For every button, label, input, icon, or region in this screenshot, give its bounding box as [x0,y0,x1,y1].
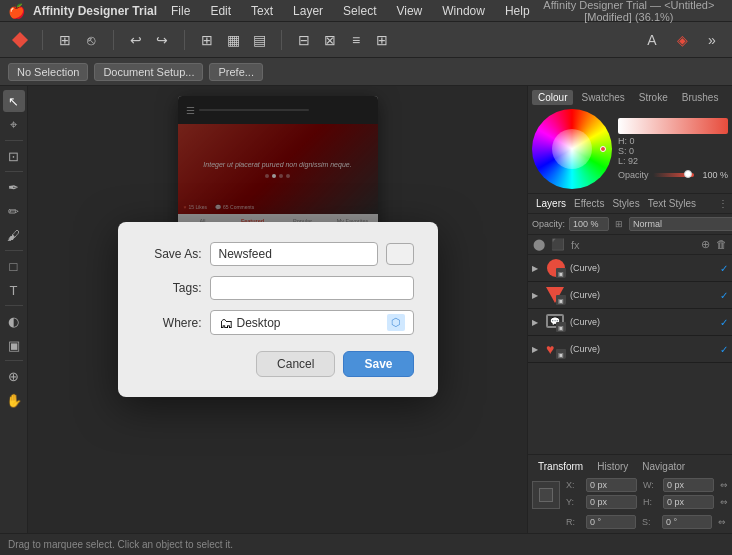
canvas-area[interactable]: ☰ Integer ut placerat purued non digniss… [28,86,527,533]
color-wheel[interactable] [532,109,612,189]
layer-fx-icon[interactable]: fx [570,238,581,252]
tool-fill[interactable]: ◐ [3,310,25,332]
hue-label: H: 0 [618,136,635,146]
tool-pen[interactable]: ✒ [3,176,25,198]
transform-tab[interactable]: Transform [532,459,589,474]
where-label: Where: [142,316,202,330]
transform-preview-inner [539,488,553,502]
menu-help[interactable]: Help [501,4,534,18]
layer-check-2[interactable]: ✓ [720,317,728,328]
toolbar-text-icon[interactable]: A [640,28,664,52]
s-input[interactable] [662,515,712,529]
toolbar-align2-icon[interactable]: ⊠ [318,28,342,52]
toolbar-align4-icon[interactable]: ⊞ [370,28,394,52]
tool-brush[interactable]: 🖌 [3,224,25,246]
x-input[interactable] [586,478,637,492]
resize-x-icon[interactable]: ⇔ [720,480,728,490]
saveas-input[interactable] [210,242,378,266]
toolbar-align-icon[interactable]: ⊟ [292,28,316,52]
color-wheel-cursor[interactable] [600,146,606,152]
tool-crop[interactable]: ⊡ [3,145,25,167]
toolbar-share-icon[interactable]: ⎋ [79,28,103,52]
color-section: Colour Swatches Stroke Brushes ⋮ H: 0 [528,86,732,194]
layer-expand-0[interactable]: ▶ [532,264,542,273]
resize-y-icon[interactable]: ⇔ [720,497,728,507]
menu-file[interactable]: File [167,4,194,18]
menu-window[interactable]: Window [438,4,489,18]
layer-item-0[interactable]: ▶ ▣ (Curve) ✓ [528,255,732,282]
y-input[interactable] [586,495,637,509]
toolbar-grid-icon[interactable]: ⊞ [53,28,77,52]
tool-shape[interactable]: □ [3,255,25,277]
prefs-btn[interactable]: Prefe... [209,63,262,81]
brushes-tab[interactable]: Brushes [676,90,725,105]
tool-text[interactable]: T [3,279,25,301]
toolbar-snap-icon[interactable]: ⊞ [195,28,219,52]
save-button[interactable]: Save [343,351,413,377]
layers-tab[interactable]: Layers [532,196,570,211]
layer-check-1[interactable]: ✓ [720,290,728,301]
toolbar-persona-icon[interactable] [8,28,32,52]
stroke-tab[interactable]: Stroke [633,90,674,105]
tool-node[interactable]: ⌖ [3,114,25,136]
menu-view[interactable]: View [392,4,426,18]
panel-options-icon[interactable]: ⋮ [726,90,732,105]
w-input[interactable] [663,478,714,492]
tool-zoom[interactable]: ⊕ [3,365,25,387]
layer-item-2[interactable]: ▶ 💬 ▣ (Curve) ✓ [528,309,732,336]
layer-expand-1[interactable]: ▶ [532,291,542,300]
history-tab[interactable]: History [591,459,634,474]
saveas-format-select[interactable]: ▾ [386,243,414,265]
transform-preview-box [532,481,560,509]
h-input[interactable] [663,495,714,509]
layer-check-0[interactable]: ✓ [720,263,728,274]
layers-opacity-input[interactable] [569,217,609,231]
tool-pencil[interactable]: ✏ [3,200,25,222]
menu-text[interactable]: Text [247,4,277,18]
opacity-slider[interactable] [653,173,694,177]
layer-delete-icon[interactable]: 🗑 [715,237,728,252]
layer-add-icon[interactable]: ⊕ [700,237,711,252]
resize-r-icon[interactable]: ⇔ [718,517,726,527]
r-input[interactable] [586,515,636,529]
toolbar-grid2-icon[interactable]: ▦ [221,28,245,52]
cancel-button[interactable]: Cancel [256,351,335,377]
styles-tab[interactable]: Styles [608,196,643,211]
color-preview-bar[interactable] [618,118,728,134]
layer-expand-2[interactable]: ▶ [532,318,542,327]
toolbar-redo-icon[interactable]: ↪ [150,28,174,52]
menu-bar: 🍎 Affinity Designer Trial File Edit Text… [0,0,732,22]
toolbar-align3-icon[interactable]: ≡ [344,28,368,52]
opacity-thumb[interactable] [684,170,692,178]
toolbar-group-3: ⊞ ▦ ▤ [195,28,271,52]
toolbar-undo-icon[interactable]: ↩ [124,28,148,52]
no-selection-btn[interactable]: No Selection [8,63,88,81]
tool-select[interactable]: ↖ [3,90,25,112]
toolbar-sep-1 [42,30,43,50]
menu-layer[interactable]: Layer [289,4,327,18]
swatches-tab[interactable]: Swatches [575,90,630,105]
colour-tab[interactable]: Colour [532,90,573,105]
layers-options-icon[interactable]: ⋮ [718,198,728,209]
sat-label: S: 0 [618,146,634,156]
toolbar-color-icon[interactable]: ◈ [670,28,694,52]
layer-expand-3[interactable]: ▶ [532,345,542,354]
menu-edit[interactable]: Edit [206,4,235,18]
document-setup-btn[interactable]: Document Setup... [94,63,203,81]
menu-select[interactable]: Select [339,4,380,18]
folder-select[interactable]: 🗂 Desktop ⬡ [210,310,414,335]
blend-mode-input[interactable] [629,217,732,231]
toolbar-more-icon[interactable]: » [700,28,724,52]
tool-hand[interactable]: ✋ [3,389,25,411]
layer-item-3[interactable]: ▶ ♥ ▣ (Curve) ✓ [528,336,732,363]
text-styles-tab[interactable]: Text Styles [644,196,700,211]
tool-gradient[interactable]: ▣ [3,334,25,356]
layer-check-3[interactable]: ✓ [720,344,728,355]
transform-y-row: Y: H: ⇔ [566,495,728,509]
toolbar-view-icon[interactable]: ▤ [247,28,271,52]
tags-input[interactable] [210,276,414,300]
effects-tab[interactable]: Effects [570,196,608,211]
navigator-tab[interactable]: Navigator [636,459,691,474]
folder-dropdown-icon[interactable]: ⬡ [387,314,405,331]
layer-item-1[interactable]: ▶ ▣ (Curve) ✓ [528,282,732,309]
